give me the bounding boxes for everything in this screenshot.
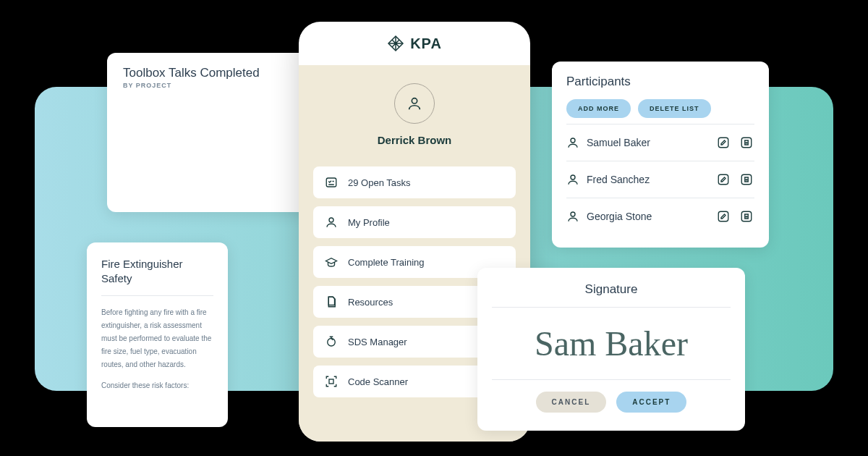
menu-item-label: Resources (348, 297, 393, 308)
fire-body: Before fighting any fire with a fire ext… (101, 306, 213, 371)
user-icon (407, 96, 422, 111)
edit-icon[interactable] (715, 208, 731, 224)
svg-point-0 (412, 98, 417, 104)
fire-extinguisher-card: Fire Extinguisher Safety Before fighting… (87, 242, 228, 427)
svg-rect-12 (718, 211, 728, 221)
svg-point-3 (328, 339, 336, 347)
user-icon (566, 136, 579, 149)
participant-name: Georgia Stone (587, 211, 708, 222)
signature-value: Sam Baker (535, 324, 688, 363)
participants-card: Participants ADD MORE DELETE LIST Samuel… (552, 62, 769, 248)
participant-name: Samuel Baker (587, 137, 708, 148)
menu-item-label: SDS Manager (348, 337, 407, 347)
chart-bars (123, 100, 297, 208)
avatar-circle[interactable] (394, 83, 435, 124)
participant-row: Georgia Stone (566, 198, 754, 235)
delete-list-button[interactable]: DELETE LIST (638, 99, 711, 118)
fire-footer: Consider these risk factors: (101, 381, 213, 389)
menu-item[interactable]: My Profile (313, 206, 516, 238)
menu-item-label: Code Scanner (348, 376, 408, 387)
qr-icon (325, 375, 338, 388)
svg-rect-7 (741, 138, 752, 148)
svg-point-2 (329, 218, 333, 222)
add-more-button[interactable]: ADD MORE (566, 99, 631, 118)
svg-point-8 (571, 175, 575, 180)
user-icon (566, 210, 579, 223)
svg-point-11 (571, 212, 575, 216)
svg-rect-6 (718, 138, 728, 148)
svg-rect-4 (329, 379, 333, 384)
signature-buttons: CANCEL ACCEPT (492, 392, 731, 413)
participant-row: Fred Sanchez (566, 161, 754, 198)
edit-icon[interactable] (715, 172, 731, 187)
participant-name: Fred Sanchez (587, 174, 708, 185)
brand-logo-text: KPA (410, 35, 442, 52)
cancel-button[interactable]: CANCEL (536, 392, 607, 413)
menu-item-label: 29 Open Tasks (348, 177, 410, 188)
fire-title: Fire Extinguisher Safety (101, 257, 213, 296)
participants-title: Participants (566, 75, 754, 89)
trash-icon[interactable] (739, 172, 754, 187)
svg-rect-1 (326, 178, 336, 187)
phone-header: KPA (299, 22, 530, 65)
menu-item-label: Complete Training (348, 257, 425, 268)
signature-area[interactable]: Sam Baker (492, 308, 731, 380)
signature-card: Signature Sam Baker CANCEL ACCEPT (477, 268, 745, 431)
trash-icon[interactable] (739, 208, 754, 224)
checklist-icon (325, 176, 338, 189)
brand-logo-icon (387, 35, 404, 52)
accept-button[interactable]: ACCEPT (616, 392, 686, 413)
pill-buttons: ADD MORE DELETE LIST (566, 99, 754, 118)
chart-subtitle: BY PROJECT (123, 82, 297, 89)
svg-point-5 (571, 138, 575, 143)
username: Derrick Brown (313, 134, 516, 146)
edit-icon[interactable] (715, 135, 731, 151)
svg-rect-13 (741, 211, 752, 221)
graduation-icon (325, 256, 338, 269)
menu-item-label: My Profile (348, 217, 390, 228)
flask-icon (325, 335, 338, 348)
chart-title: Toolbox Talks Completed (123, 66, 297, 80)
signature-title: Signature (492, 282, 731, 308)
participant-row: Samuel Baker (566, 124, 754, 161)
toolbox-chart-card: Toolbox Talks Completed BY PROJECT (107, 53, 313, 212)
user-icon (325, 216, 338, 229)
trash-icon[interactable] (739, 135, 754, 151)
document-icon (325, 295, 338, 308)
svg-rect-9 (718, 174, 728, 185)
menu-item[interactable]: 29 Open Tasks (313, 166, 516, 198)
svg-rect-10 (741, 174, 752, 185)
user-icon (566, 173, 579, 186)
